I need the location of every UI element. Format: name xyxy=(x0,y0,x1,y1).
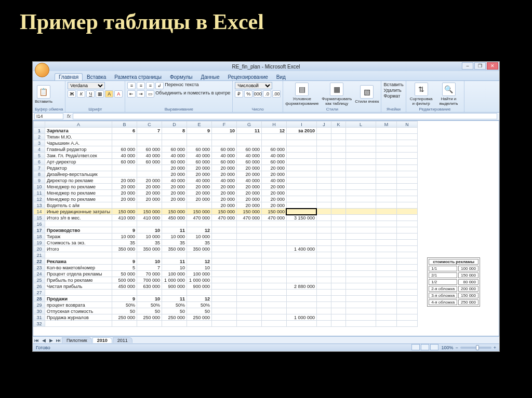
paste-button[interactable]: Вставить xyxy=(35,99,52,104)
cell[interactable]: Отпускная стоимость xyxy=(45,308,112,314)
cell[interactable] xyxy=(345,165,376,171)
cell[interactable]: Иные редакционные затраты xyxy=(45,209,112,215)
cell[interactable] xyxy=(396,177,417,184)
cell[interactable]: Менеджер по рекламе xyxy=(45,184,112,190)
cell[interactable] xyxy=(376,171,396,177)
cell[interactable] xyxy=(376,321,396,327)
cell[interactable]: 150 000 xyxy=(211,209,236,215)
cell[interactable]: 10 xyxy=(137,258,162,265)
cell[interactable] xyxy=(331,258,345,265)
column-header[interactable]: B xyxy=(112,121,137,128)
cell[interactable]: 250 000 xyxy=(187,314,211,321)
format-as-table-button[interactable]: Форматировать как таблицу xyxy=(320,97,353,106)
cell[interactable] xyxy=(187,202,211,209)
cell[interactable] xyxy=(331,265,345,271)
cell[interactable] xyxy=(396,165,417,171)
cell[interactable]: 20 000 xyxy=(187,165,211,171)
cell[interactable]: 700 000 xyxy=(137,277,162,283)
cell[interactable] xyxy=(286,271,316,277)
cell[interactable] xyxy=(236,240,261,246)
cell[interactable]: 450 000 xyxy=(112,283,137,290)
cell[interactable]: Менеджер по рекламе xyxy=(45,196,112,202)
cell[interactable] xyxy=(345,308,376,314)
insert-cells-button[interactable]: Вставить xyxy=(383,82,403,87)
cell[interactable] xyxy=(396,184,417,190)
cell[interactable] xyxy=(331,314,345,321)
cell[interactable] xyxy=(236,290,261,296)
cell[interactable] xyxy=(396,277,417,283)
cell[interactable] xyxy=(261,234,286,240)
cell[interactable] xyxy=(345,146,376,153)
cell[interactable] xyxy=(187,140,211,146)
dec-dec-icon[interactable]: .00 xyxy=(272,90,281,98)
cell[interactable] xyxy=(286,196,316,202)
row-header[interactable]: 22 xyxy=(34,258,45,265)
cell[interactable] xyxy=(162,221,187,227)
cell[interactable]: Главный редактор xyxy=(45,146,112,153)
cell[interactable]: 35 xyxy=(112,240,137,246)
zoom-out-button[interactable]: − xyxy=(455,345,458,350)
row-header[interactable]: 28 xyxy=(34,296,45,302)
cell[interactable] xyxy=(211,314,236,321)
cell[interactable] xyxy=(45,321,112,327)
cell[interactable]: Чистая прибыль xyxy=(45,283,112,290)
cell[interactable] xyxy=(162,252,187,258)
cell[interactable]: 10 000 xyxy=(112,234,137,240)
row-header[interactable]: 21 xyxy=(34,252,45,258)
cell[interactable]: 10 xyxy=(137,227,162,234)
cell[interactable] xyxy=(286,140,316,146)
cell[interactable] xyxy=(286,296,316,302)
cell[interactable] xyxy=(345,290,376,296)
cell[interactable] xyxy=(112,221,137,227)
cell[interactable]: 35 xyxy=(137,240,162,246)
cell[interactable]: 9 xyxy=(187,128,211,134)
cell[interactable] xyxy=(396,146,417,153)
cell[interactable]: 20 000 xyxy=(261,190,286,196)
cell[interactable] xyxy=(236,252,261,258)
cell[interactable]: Арт-директор xyxy=(45,159,112,165)
row-header[interactable]: 8 xyxy=(34,171,45,177)
cell[interactable] xyxy=(187,321,211,327)
cell[interactable] xyxy=(345,271,376,277)
cell[interactable] xyxy=(211,258,236,265)
cell[interactable] xyxy=(112,321,137,327)
cell[interactable] xyxy=(345,265,376,271)
cell[interactable] xyxy=(345,240,376,246)
cell[interactable]: Прибыль по рекламе xyxy=(45,277,112,283)
cell[interactable] xyxy=(376,184,396,190)
cell[interactable] xyxy=(137,165,162,171)
cell[interactable]: 2 880 000 xyxy=(286,283,316,290)
cell[interactable] xyxy=(345,184,376,190)
cell[interactable] xyxy=(316,290,331,296)
row-header[interactable]: 6 xyxy=(34,159,45,165)
cell[interactable] xyxy=(396,271,417,277)
cell[interactable] xyxy=(112,202,137,209)
zoom-slider[interactable] xyxy=(460,347,491,349)
cell[interactable]: Зарплата xyxy=(45,128,112,134)
cell[interactable]: Директор по рекламе xyxy=(45,177,112,184)
cell[interactable]: Стоимость за экз. xyxy=(45,240,112,246)
cell[interactable]: 12 xyxy=(187,258,211,265)
cell[interactable]: 20 000 xyxy=(211,165,236,171)
cell[interactable]: 20 000 xyxy=(261,202,286,209)
cell[interactable] xyxy=(376,196,396,202)
cell[interactable] xyxy=(345,177,376,184)
wrap-text-icon[interactable]: ↲ xyxy=(155,82,164,89)
cell[interactable] xyxy=(112,165,137,171)
column-header[interactable]: M xyxy=(376,121,396,128)
cell[interactable]: Итого xyxy=(45,246,112,252)
cell[interactable] xyxy=(236,258,261,265)
cell[interactable]: 410 000 xyxy=(137,215,162,221)
row-header[interactable]: 4 xyxy=(34,146,45,153)
cell[interactable]: 20 000 xyxy=(261,165,286,171)
cell[interactable] xyxy=(286,177,316,184)
cell[interactable]: 1 400 000 xyxy=(286,246,316,252)
cell[interactable] xyxy=(331,177,345,184)
cell[interactable] xyxy=(187,290,211,296)
cell[interactable] xyxy=(316,265,331,271)
cell[interactable]: 350 000 xyxy=(112,246,137,252)
cell[interactable]: 40 000 xyxy=(187,153,211,159)
cell[interactable]: 40 000 xyxy=(261,177,286,184)
cell[interactable] xyxy=(211,302,236,308)
column-header[interactable]: H xyxy=(261,121,286,128)
